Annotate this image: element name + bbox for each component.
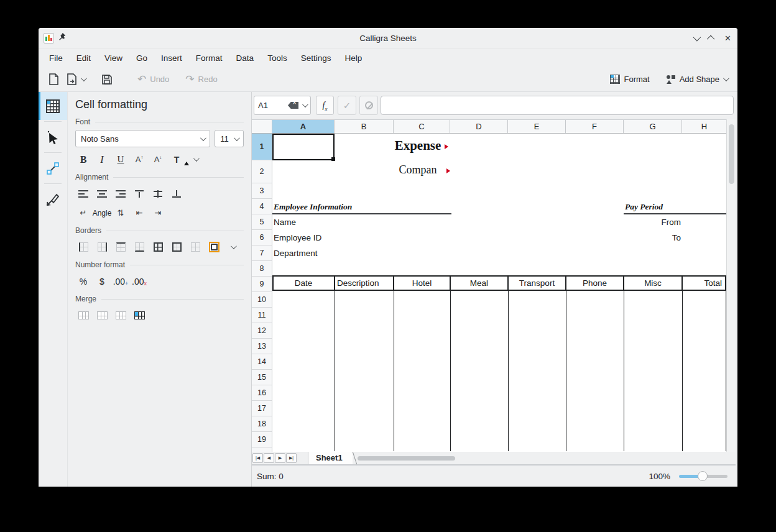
- last-sheet-button[interactable]: ▶|: [286, 453, 297, 463]
- wrap-text-button[interactable]: ↵: [75, 206, 91, 220]
- row-header[interactable]: 5: [252, 214, 272, 230]
- select-all-corner[interactable]: [252, 120, 272, 133]
- shrink-font-button[interactable]: A↓: [150, 152, 166, 167]
- row-header[interactable]: 1: [252, 134, 272, 160]
- percent-format-button[interactable]: %: [75, 274, 91, 288]
- prev-sheet-button[interactable]: ◀: [264, 453, 274, 463]
- border-all-button[interactable]: [150, 240, 166, 254]
- vertical-scrollbar-thumb[interactable]: [729, 124, 734, 184]
- align-middle-button[interactable]: [150, 186, 166, 201]
- cancel-formula-button[interactable]: [359, 96, 378, 115]
- open-document-button[interactable]: [63, 71, 89, 88]
- font-color-chevron-icon[interactable]: [187, 152, 203, 167]
- font-family-select[interactable]: Noto Sans: [75, 130, 210, 147]
- menu-item[interactable]: Data: [229, 51, 261, 65]
- row-header[interactable]: 16: [252, 385, 272, 401]
- undo-button[interactable]: ↶ Undo: [134, 72, 173, 86]
- menu-item[interactable]: Settings: [294, 51, 338, 65]
- row-header[interactable]: 2: [252, 160, 272, 183]
- apply-formula-button[interactable]: ✓: [338, 96, 356, 115]
- italic-button[interactable]: I: [94, 152, 110, 167]
- merge-cells-button[interactable]: [75, 308, 91, 323]
- angle-button[interactable]: Angle: [94, 206, 110, 220]
- decrease-precision-button[interactable]: .00x: [131, 274, 147, 288]
- row-header[interactable]: 14: [252, 354, 272, 370]
- align-top-button[interactable]: [131, 186, 147, 201]
- save-button[interactable]: [98, 71, 116, 88]
- align-right-button[interactable]: [113, 186, 129, 201]
- row-header[interactable]: 7: [252, 245, 272, 261]
- column-header[interactable]: A: [272, 120, 335, 133]
- border-left-button[interactable]: [75, 240, 91, 254]
- column-header[interactable]: D: [450, 120, 508, 133]
- row-header[interactable]: 13: [252, 339, 272, 354]
- formula-fx-button[interactable]: fx: [316, 96, 334, 115]
- tool-calligraphy[interactable]: [39, 185, 67, 213]
- vertical-text-button[interactable]: ⇅: [113, 206, 129, 220]
- border-outside-button[interactable]: [169, 240, 185, 254]
- increase-precision-button[interactable]: .00+: [113, 274, 129, 288]
- redo-button[interactable]: ↷ Redo: [182, 72, 221, 86]
- menu-item[interactable]: Format: [189, 51, 229, 65]
- format-button[interactable]: Format: [606, 72, 653, 86]
- currency-format-button[interactable]: $: [94, 274, 110, 288]
- open-dropdown-chevron-icon[interactable]: [81, 75, 87, 81]
- column-header[interactable]: H: [682, 120, 726, 133]
- menu-item[interactable]: File: [42, 51, 70, 65]
- add-shape-chevron-icon[interactable]: [723, 75, 729, 81]
- tool-shape-select[interactable]: [39, 123, 67, 151]
- row-header[interactable]: 10: [252, 292, 272, 308]
- merge-vertical-button[interactable]: [113, 308, 129, 323]
- cell-grid[interactable]: 1234567891011121314151617181920 Expense …: [252, 134, 726, 452]
- maximize-icon[interactable]: [707, 35, 715, 44]
- row-header[interactable]: 15: [252, 370, 272, 385]
- close-icon[interactable]: ✕: [724, 28, 731, 48]
- new-document-button[interactable]: [45, 71, 63, 88]
- tool-connector[interactable]: [39, 154, 67, 182]
- border-none-button[interactable]: [187, 240, 203, 254]
- zoom-slider-knob[interactable]: [698, 471, 708, 481]
- border-top-button[interactable]: [113, 240, 129, 254]
- row-header[interactable]: 8: [252, 261, 272, 277]
- titlebar[interactable]: Calligra Sheets ✕: [39, 28, 737, 48]
- row-header[interactable]: 19: [252, 432, 272, 447]
- next-sheet-button[interactable]: ▶: [275, 453, 285, 463]
- first-sheet-button[interactable]: |◀: [252, 453, 263, 463]
- row-header[interactable]: 18: [252, 416, 272, 432]
- bold-button[interactable]: B: [75, 152, 91, 167]
- row-header[interactable]: 4: [252, 199, 272, 214]
- tab-sheet1[interactable]: Sheet1: [308, 452, 353, 464]
- unmerge-cells-button[interactable]: [131, 308, 147, 323]
- align-bottom-button[interactable]: [169, 186, 185, 201]
- selection-handle[interactable]: [331, 157, 335, 161]
- border-bottom-button[interactable]: [131, 240, 147, 254]
- align-center-button[interactable]: [94, 186, 110, 201]
- vertical-scrollbar[interactable]: [726, 119, 736, 452]
- border-color-swatch[interactable]: [206, 240, 222, 254]
- column-header[interactable]: B: [335, 120, 394, 133]
- column-header[interactable]: G: [624, 120, 682, 133]
- grow-font-button[interactable]: A↑: [131, 152, 147, 167]
- menu-item[interactable]: Help: [338, 51, 369, 65]
- horizontal-scrollbar-thumb[interactable]: [358, 456, 455, 461]
- column-header[interactable]: E: [508, 120, 566, 133]
- add-shape-button[interactable]: Add Shape: [662, 72, 731, 87]
- decrease-indent-button[interactable]: ⇤: [131, 206, 147, 220]
- cell-reference-box[interactable]: A1: [254, 96, 311, 115]
- cell-reference-chevron-icon[interactable]: [302, 101, 308, 108]
- formula-input[interactable]: [381, 96, 734, 115]
- clear-reference-icon[interactable]: [288, 102, 298, 109]
- column-header[interactable]: C: [394, 120, 450, 133]
- tool-cell-tools[interactable]: [39, 92, 67, 120]
- increase-indent-button[interactable]: ⇥: [150, 206, 166, 220]
- row-header[interactable]: 6: [252, 230, 272, 245]
- border-right-button[interactable]: [94, 240, 110, 254]
- row-header[interactable]: 11: [252, 308, 272, 323]
- row-header[interactable]: 20: [252, 447, 272, 452]
- font-size-select[interactable]: 11: [215, 130, 244, 147]
- menu-item[interactable]: Edit: [70, 51, 98, 65]
- underline-button[interactable]: U: [113, 152, 129, 167]
- menu-item[interactable]: View: [98, 51, 129, 65]
- menu-item[interactable]: Tools: [261, 51, 294, 65]
- zoom-slider[interactable]: [679, 475, 728, 478]
